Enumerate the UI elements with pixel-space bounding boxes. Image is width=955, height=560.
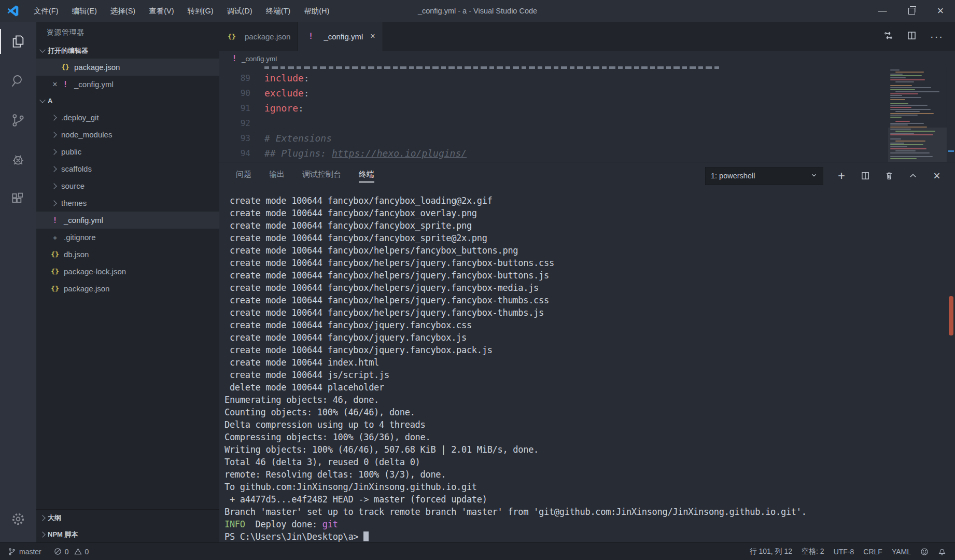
panel-tab-1[interactable]: 输出 [269, 170, 285, 183]
menu-item-2[interactable]: 选择(S) [104, 0, 142, 22]
tree-folder-node_modules[interactable]: node_modules [36, 126, 219, 143]
language-mode[interactable]: YAML [887, 543, 916, 560]
code-text: exclude: [264, 86, 310, 101]
eol-sequence[interactable]: CRLF [859, 543, 887, 560]
tree-file-package-lock.json[interactable]: {}package-lock.json [36, 263, 219, 280]
folder-root-header[interactable]: A [36, 93, 219, 109]
tree-folder-source[interactable]: source [36, 177, 219, 194]
restore-icon[interactable] [897, 0, 926, 22]
close-icon[interactable]: × [51, 80, 59, 89]
explorer-icon[interactable] [0, 22, 36, 61]
tab-_config.yml[interactable]: !_config.yml× [298, 22, 383, 51]
menu-item-5[interactable]: 调试(D) [220, 0, 259, 22]
split-editor-icon[interactable] [907, 31, 917, 43]
code-text: # Extensions [264, 131, 332, 146]
split-terminal-icon[interactable] [860, 170, 871, 181]
open-editors-header[interactable]: 打开的编辑器 [36, 43, 219, 59]
kill-terminal-icon[interactable] [883, 170, 895, 181]
minimap-line [890, 113, 934, 114]
tree-folder-public[interactable]: public [36, 143, 219, 160]
tree-file-package.json[interactable]: {}package.json [36, 280, 219, 297]
tree-item-label: .deploy_git [61, 113, 99, 122]
terminal-cursor [363, 531, 369, 541]
cursor-position[interactable]: 行 101, 列 12 [745, 543, 797, 560]
feedback-smiley-icon[interactable] [916, 543, 933, 560]
terminal-line: create mode 100644 fancybox/helpers/jque… [224, 294, 945, 306]
terminal-line: create mode 100644 fancybox/fancybox_spr… [224, 219, 945, 232]
branch-icon [8, 548, 16, 556]
line-number: 92 [219, 116, 250, 131]
git-branch-indicator[interactable]: master [3, 543, 46, 560]
minimap-line [890, 146, 907, 147]
panel-tab-2[interactable]: 调试控制台 [302, 170, 341, 183]
tree-folder-scaffolds[interactable]: scaffolds [36, 160, 219, 177]
error-icon [54, 548, 62, 555]
minimap-line [890, 89, 915, 90]
git-file-icon: ◆ [50, 234, 60, 241]
close-panel-icon[interactable]: × [931, 170, 943, 181]
activity-bar [0, 22, 36, 543]
tree-folder-.deploy_git[interactable]: .deploy_git [36, 109, 219, 126]
indentation[interactable]: 空格: 2 [797, 543, 829, 560]
search-icon[interactable] [0, 61, 36, 101]
npm-scripts-section[interactable]: NPM 脚本 [36, 526, 219, 543]
breadcrumb[interactable]: ! _config.yml [219, 51, 955, 66]
close-icon[interactable]: × [926, 0, 955, 22]
encoding[interactable]: UTF-8 [829, 543, 859, 560]
menu-item-4[interactable]: 转到(G) [181, 0, 220, 22]
chevron-down-icon [39, 47, 45, 52]
terminal-shell-select[interactable]: 1: powershell [705, 167, 823, 185]
minimap-line [890, 152, 930, 153]
new-terminal-icon[interactable]: + [836, 170, 847, 181]
minimap-line [890, 158, 917, 159]
minimap[interactable] [888, 66, 947, 162]
debug-icon[interactable] [0, 140, 36, 179]
panel-tab-3[interactable]: 终端 [359, 170, 374, 183]
terminal-output[interactable]: create mode 100644 fancybox/fancybox_loa… [224, 194, 945, 543]
minimap-line [890, 85, 912, 86]
extensions-icon[interactable] [0, 179, 36, 219]
minimap-line [890, 69, 900, 71]
menu-item-7[interactable]: 帮助(H) [297, 0, 336, 22]
terminal-line: To github.com:JinXinsong/JinXinsong.gith… [224, 481, 945, 493]
code-line: 94## Plugins: https://hexo.io/plugins/ [219, 146, 888, 161]
chevron-right-icon [39, 515, 45, 521]
tree-folder-themes[interactable]: themes [36, 194, 219, 212]
source-control-icon[interactable] [0, 101, 36, 140]
tree-file-_config.yml[interactable]: !_config.yml [36, 212, 219, 229]
compare-changes-icon[interactable] [883, 31, 893, 43]
outline-section[interactable]: 大纲 [36, 510, 219, 526]
tab-package.json[interactable]: {}package.json [219, 22, 298, 51]
menu-item-6[interactable]: 终端(T) [259, 0, 298, 22]
tree-file-db.json[interactable]: {}db.json [36, 246, 219, 263]
settings-gear-icon[interactable] [0, 499, 36, 539]
minimap-line [890, 156, 933, 157]
problems-indicator[interactable]: 0 0 [49, 543, 94, 560]
menu-item-3[interactable]: 查看(V) [142, 0, 180, 22]
minimap-line [890, 117, 902, 118]
minimap-line [890, 99, 905, 100]
maximize-panel-icon[interactable] [907, 170, 919, 181]
code-editor[interactable]: 89include:90exclude:91ignore:9293# Exten… [219, 66, 955, 162]
minimap-line [895, 121, 910, 122]
tree-item-label: public [61, 147, 81, 156]
terminal-scrollbar-thumb[interactable] [949, 296, 953, 335]
menu-item-0[interactable]: 文件(F) [27, 0, 65, 22]
menu-item-1[interactable]: 编辑(E) [65, 0, 104, 22]
open-editor-label: _config.yml [74, 80, 114, 89]
cursor-position-marker [948, 150, 954, 152]
open-editor-item[interactable]: {}package.json [36, 59, 219, 76]
notifications-bell-icon[interactable] [933, 543, 951, 560]
panel-tab-0[interactable]: 问题 [236, 170, 251, 183]
tree-file-.gitignore[interactable]: ◆.gitignore [36, 229, 219, 246]
minimap-line [890, 129, 911, 130]
overview-ruler[interactable] [947, 66, 955, 162]
line-number: 91 [219, 101, 250, 116]
terminal-prompt[interactable]: PS C:\Users\Jin\Desktop\a> [224, 530, 945, 543]
terminal-line: remote: Resolving deltas: 100% (3/3), do… [224, 468, 945, 481]
more-actions-icon[interactable]: ··· [930, 31, 944, 43]
terminal-line: create mode 100644 fancybox/jquery.fancy… [224, 344, 945, 356]
minimize-icon[interactable]: — [868, 0, 897, 22]
open-editor-item[interactable]: ×!_config.yml [36, 76, 219, 93]
close-icon[interactable]: × [370, 32, 375, 41]
